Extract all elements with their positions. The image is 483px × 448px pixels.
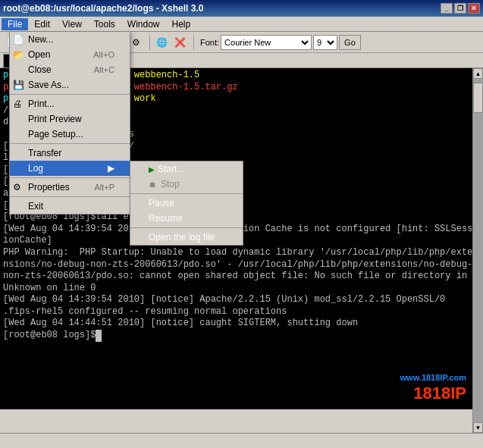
menu-edit[interactable]: Edit — [28, 18, 56, 30]
sep-2 — [10, 143, 130, 144]
term-line-22: .fips-rhel5 configured -- resuming norma… — [3, 306, 469, 318]
term-line-17: PHP Warning: PHP Startup: Unable to load… — [3, 247, 469, 259]
window-controls: _ ❐ ✕ — [441, 3, 480, 14]
close-shortcut: Alt+C — [94, 65, 114, 74]
font-label: Font: — [200, 38, 219, 47]
statusbar — [0, 433, 483, 448]
toolbar-sep-3 — [147, 35, 150, 50]
menu-open[interactable]: 📂Open Alt+O — [10, 47, 130, 62]
print-icon: 🖨 — [13, 99, 25, 109]
sep-3 — [10, 177, 130, 178]
scroll-down[interactable]: ▼ — [473, 422, 483, 433]
menu-transfer[interactable]: Transfer — [10, 146, 130, 161]
scroll-track[interactable] — [473, 79, 483, 422]
log-openfile[interactable]: Open the log file — [130, 230, 243, 245]
start-icon: ▶ — [149, 165, 155, 174]
log-sep-2 — [130, 227, 243, 228]
menu-pagesetup[interactable]: Page Setup... — [10, 127, 130, 142]
term-line-19: non-zts-20060613/pdo.so: cannot open sha… — [3, 271, 469, 283]
term-line-21: [Wed Aug 04 14:39:54 2010] [notice] Apac… — [3, 294, 469, 306]
menu-log[interactable]: Log ▶ ▶ Start... ⏹ Stop Pause Resume Ope… — [10, 161, 130, 176]
menu-tools[interactable]: Tools — [88, 18, 121, 30]
scrollbar: ▲ ▼ — [472, 68, 483, 433]
log-arrow: ▶ — [108, 163, 114, 174]
menu-view[interactable]: View — [56, 18, 88, 30]
properties-icon: ⚙ — [13, 182, 25, 193]
saveas-icon: 💾 — [13, 80, 25, 90]
watermark-line2: 1818IP — [400, 384, 466, 403]
menu-print[interactable]: 🖨Print... — [10, 96, 130, 111]
window-title: root@eb08:/usr/local/apache2/logs - Xshe… — [3, 3, 441, 14]
titlebar: root@eb08:/usr/local/apache2/logs - Xshe… — [0, 0, 483, 17]
watermark: www.1818IP.com 1818IP — [400, 373, 466, 403]
term-line-23: [Wed Aug 04 14:44:51 2010] [notice] caug… — [3, 318, 469, 330]
disconnect-button[interactable]: ❌ — [171, 34, 188, 51]
menu-printpreview[interactable]: Print Preview — [10, 111, 130, 127]
toolbar-sep-4 — [191, 35, 194, 50]
menu-exit[interactable]: Exit — [10, 199, 130, 214]
log-pause[interactable]: Pause — [130, 196, 243, 211]
menu-saveas[interactable]: 💾Save As... — [10, 77, 130, 92]
log-resume[interactable]: Resume — [130, 211, 243, 226]
connect-button[interactable]: 🌐 — [153, 34, 170, 51]
sep-1 — [10, 94, 130, 95]
menu-properties[interactable]: ⚙Properties Alt+P — [10, 180, 130, 195]
menu-new[interactable]: 📄New... — [10, 32, 130, 47]
stop-icon: ⏹ — [149, 180, 156, 189]
menu-window[interactable]: Window — [121, 18, 166, 30]
sep-4 — [10, 196, 130, 197]
close-button[interactable]: ✕ — [468, 3, 480, 14]
term-line-18: nsions/no-debug-non-zts-20060613/pdo.so'… — [3, 259, 469, 271]
scroll-up[interactable]: ▲ — [473, 68, 483, 79]
minimize-button[interactable]: _ — [441, 3, 453, 14]
log-start[interactable]: ▶ Start... — [130, 161, 243, 177]
watermark-line1: www.1818IP.com — [400, 373, 466, 383]
menu-help[interactable]: Help — [166, 18, 197, 30]
log-submenu: ▶ Start... ⏹ Stop Pause Resume Open the … — [130, 161, 243, 246]
font-select[interactable]: Courier New — [221, 35, 312, 50]
log-sep-1 — [130, 193, 243, 194]
term-line-24: [root@eb08 logs]$ — [3, 330, 469, 342]
new-icon: 📄 — [13, 34, 25, 45]
term-line-20: Unknown on line 0 — [3, 283, 469, 295]
open-icon: 📂 — [13, 49, 25, 60]
font-size-select[interactable]: 9 — [313, 35, 337, 50]
menu-close[interactable]: Close Alt+C — [10, 62, 130, 77]
go-button[interactable]: Go — [339, 35, 361, 50]
restore-button[interactable]: ❐ — [454, 3, 466, 14]
scroll-thumb[interactable] — [473, 83, 483, 113]
open-shortcut: Alt+O — [93, 50, 114, 59]
menu-file[interactable]: File — [2, 18, 28, 30]
file-menu-dropdown: 📄New... 📂Open Alt+O Close Alt+C 💾Save As… — [9, 32, 130, 215]
log-stop[interactable]: ⏹ Stop — [130, 177, 243, 192]
properties-shortcut: Alt+P — [94, 183, 114, 192]
menubar: File Edit View Tools Window Help — [0, 17, 483, 32]
